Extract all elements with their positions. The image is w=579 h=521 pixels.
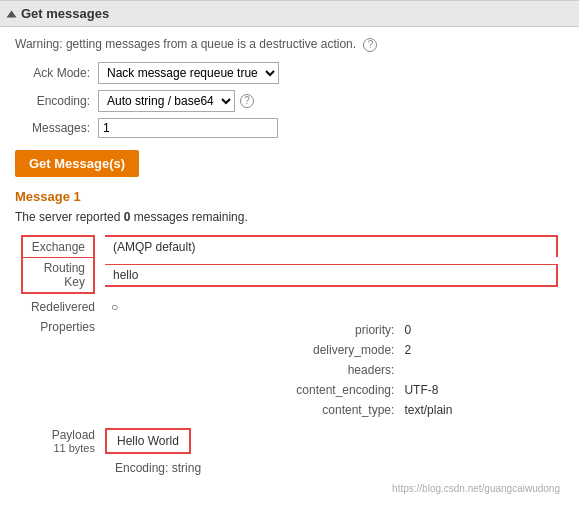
messages-label: Messages: xyxy=(15,121,90,135)
prop-content-encoding: content_encoding: UTF-8 xyxy=(111,380,558,400)
message-title: Message 1 xyxy=(15,189,564,204)
routing-key-value: hello xyxy=(105,264,558,287)
ack-mode-label: Ack Mode: xyxy=(15,66,90,80)
prop-priority: priority: 0 xyxy=(111,320,558,340)
messages-row: Messages: xyxy=(15,118,564,138)
redelivered-row: Redelivered ○ xyxy=(15,297,564,317)
payload-bytes: 11 bytes xyxy=(21,442,95,454)
encoding-label: Encoding: xyxy=(15,94,90,108)
prop-headers: headers: xyxy=(111,360,558,380)
section-title: Get messages xyxy=(21,6,109,21)
server-report: The server reported 0 messages remaining… xyxy=(15,210,564,224)
properties-row: Properties priority: 0 delivery_mode: 2 … xyxy=(15,317,564,423)
watermark: https://blog.csdn.net/guangcaiwudong xyxy=(15,483,564,494)
section-header: Get messages xyxy=(0,0,579,27)
messages-input[interactable] xyxy=(98,118,278,138)
payload-row: Payload 11 bytes Hello World xyxy=(15,423,564,457)
encoding-info: Encoding: string xyxy=(115,461,564,475)
redelivered-label: Redelivered xyxy=(15,297,105,317)
exchange-value: (AMQP default) xyxy=(105,235,558,257)
prop-content-type: content_type: text/plain xyxy=(111,400,558,420)
properties-values: priority: 0 delivery_mode: 2 headers: co… xyxy=(105,317,564,423)
exchange-row: Exchange (AMQP default) xyxy=(15,232,564,257)
payload-value: Hello World xyxy=(105,428,191,454)
routing-key-label: Routing Key xyxy=(21,257,95,294)
get-messages-button[interactable]: Get Message(s) xyxy=(15,150,139,177)
encoding-select[interactable]: Auto string / base64 xyxy=(98,90,235,112)
encoding-row: Encoding: Auto string / base64 ? xyxy=(15,90,564,112)
prop-delivery-mode: delivery_mode: 2 xyxy=(111,340,558,360)
ack-mode-row: Ack Mode: Nack message requeue true xyxy=(15,62,564,84)
exchange-label: Exchange xyxy=(21,235,95,257)
routing-key-row: Routing Key hello xyxy=(15,257,564,297)
warning-text: Warning: getting messages from a queue i… xyxy=(15,37,564,52)
encoding-help-icon[interactable]: ? xyxy=(240,94,254,108)
redelivered-value: ○ xyxy=(105,297,564,317)
ack-mode-select[interactable]: Nack message requeue true xyxy=(98,62,279,84)
payload-label: Payload xyxy=(21,428,95,442)
properties-label: Properties xyxy=(15,317,105,423)
warning-help-icon[interactable]: ? xyxy=(363,38,377,52)
collapse-triangle-icon[interactable] xyxy=(7,10,17,17)
